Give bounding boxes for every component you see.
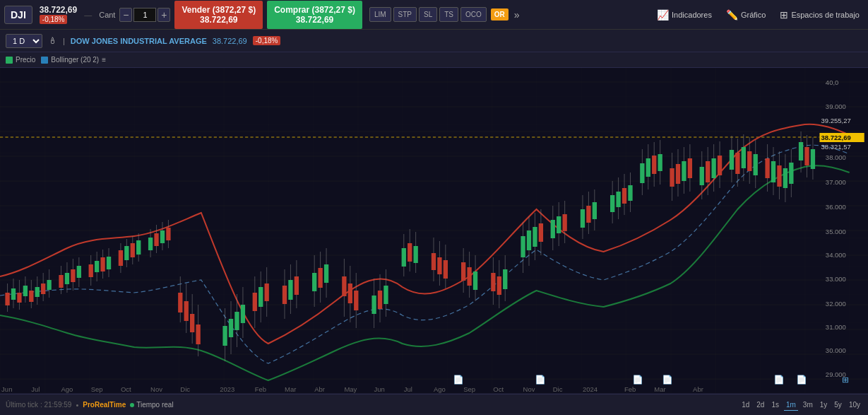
range-1y-button[interactable]: 1y [818, 399, 830, 411]
symbol-badge[interactable]: DJI [4, 6, 32, 24]
svg-text:38.321,57: 38.321,57 [821, 144, 851, 151]
change-bar-badge: -0,18% [253, 36, 281, 45]
svg-rect-79 [241, 305, 245, 323]
svg-rect-125 [467, 267, 471, 286]
cant-controls: − + [119, 8, 170, 22]
bollinger-settings-icon[interactable]: ≡ [102, 56, 106, 64]
range-1d-button[interactable]: 1d [739, 399, 751, 411]
svg-rect-113 [408, 243, 412, 262]
order-sl-button[interactable]: SL [419, 7, 437, 22]
svg-rect-209 [804, 147, 809, 165]
svg-text:Sep: Sep [91, 386, 103, 393]
candlestick-icon[interactable]: 🕯 [48, 35, 57, 46]
change-badge: -0,18% [40, 15, 68, 24]
espacios-label: Espacios de trabajo [791, 11, 860, 19]
svg-rect-83 [258, 287, 263, 307]
chart-area[interactable]: DOW JONES INDUSTRIAL AVERAGE [0, 68, 868, 393]
range-5y-button[interactable]: 5y [832, 399, 844, 411]
order-stp-button[interactable]: STP [393, 7, 417, 22]
svg-text:Jul: Jul [404, 386, 412, 393]
range-10y-button[interactable]: 10y [847, 399, 862, 411]
svg-rect-65 [178, 293, 182, 312]
range-3m-button[interactable]: 3m [801, 399, 815, 411]
svg-rect-167 [652, 156, 656, 174]
svg-text:Abr: Abr [693, 386, 703, 393]
svg-rect-111 [402, 248, 406, 267]
svg-rect-189 [735, 153, 739, 174]
right-controls: 📈 Indicadores ✏️ Gráfico ⊞ Espacios de t… [653, 7, 864, 23]
chart-wrapper: DOW JONES INDUSTRIAL AVERAGE [0, 68, 868, 415]
buy-button[interactable]: Comprar (3872,27 $) 38.722,69 [267, 1, 362, 29]
svg-rect-123 [461, 262, 465, 281]
svg-text:Nov: Nov [150, 386, 162, 393]
sell-button[interactable]: Vender (3872,27 $) 38.722,69 [174, 1, 263, 29]
svg-text:📄: 📄 [796, 374, 807, 385]
svg-rect-27 [35, 287, 40, 297]
svg-text:29.000: 29.000 [826, 371, 846, 378]
svg-rect-63 [166, 228, 170, 240]
order-ts-button[interactable]: TS [439, 7, 458, 22]
svg-rect-147 [562, 214, 566, 231]
svg-text:38.000: 38.000 [826, 154, 846, 161]
chart-info-separator: | [63, 37, 65, 45]
svg-rect-81 [253, 293, 257, 311]
svg-rect-121 [444, 260, 448, 279]
svg-text:30.000: 30.000 [826, 347, 846, 354]
current-price-top: 38.722,69 [40, 5, 77, 15]
indicadores-label: Indicadores [672, 11, 712, 19]
svg-rect-197 [765, 158, 769, 178]
range-1s-button[interactable]: 1s [769, 399, 781, 411]
indicadores-button[interactable]: 📈 Indicadores [653, 7, 716, 23]
svg-rect-53 [131, 243, 135, 257]
svg-rect-191 [742, 147, 746, 168]
svg-rect-193 [747, 151, 751, 171]
svg-rect-151 [586, 206, 590, 223]
svg-text:38.722,69: 38.722,69 [821, 134, 851, 141]
svg-rect-97 [324, 264, 328, 283]
svg-rect-57 [148, 238, 153, 250]
svg-rect-91 [295, 276, 299, 295]
cant-input[interactable] [133, 8, 156, 22]
svg-text:Sep: Sep [463, 386, 475, 393]
svg-rect-179 [700, 167, 704, 185]
svg-rect-17 [5, 293, 9, 305]
svg-text:Dic: Dic [553, 386, 563, 393]
cant-minus-button[interactable]: − [119, 8, 132, 22]
svg-rect-119 [437, 257, 441, 274]
svg-rect-129 [491, 273, 495, 291]
svg-rect-105 [371, 296, 376, 314]
svg-rect-25 [29, 291, 33, 302]
bollinger-indicator: Bollinger (20 2) ≡ [41, 56, 106, 64]
separator: — [84, 11, 92, 19]
svg-text:Oct: Oct [493, 386, 504, 393]
svg-rect-131 [497, 276, 501, 295]
order-lim-button[interactable]: LIM [369, 7, 391, 22]
timeframe-select[interactable]: 1 D 1 H 4 H 1 W [6, 34, 42, 48]
order-oco-button[interactable]: OCO [460, 7, 487, 22]
order-types: LIM STP SL TS OCO [369, 7, 487, 22]
grafico-button[interactable]: ✏️ Gráfico [722, 7, 770, 23]
range-2d-button[interactable]: 2d [754, 399, 766, 411]
svg-rect-169 [658, 154, 662, 171]
svg-rect-195 [754, 154, 758, 175]
range-1m-button[interactable]: 1m [784, 399, 798, 411]
svg-rect-47 [107, 257, 111, 269]
svg-rect-145 [557, 216, 561, 233]
svg-rect-19 [11, 288, 16, 300]
svg-text:Ago: Ago [434, 386, 446, 393]
svg-rect-143 [551, 220, 555, 238]
arrows-icon[interactable]: » [514, 9, 520, 21]
svg-rect-139 [533, 227, 537, 247]
svg-rect-93 [312, 273, 316, 291]
svg-text:Oct: Oct [121, 386, 131, 393]
svg-text:34.000: 34.000 [826, 252, 846, 259]
svg-rect-51 [124, 246, 129, 260]
cant-plus-button[interactable]: + [157, 8, 170, 22]
espacios-button[interactable]: ⊞ Espacios de trabajo [775, 7, 864, 23]
svg-text:Ago: Ago [61, 386, 73, 393]
cant-label: Cant [99, 11, 115, 19]
svg-text:Jun: Jun [1, 386, 12, 393]
svg-rect-153 [593, 202, 597, 219]
top-bar: DJI 38.722,69 -0,18% — Cant − + Vender (… [0, 0, 868, 30]
grafico-label: Gráfico [741, 11, 766, 19]
